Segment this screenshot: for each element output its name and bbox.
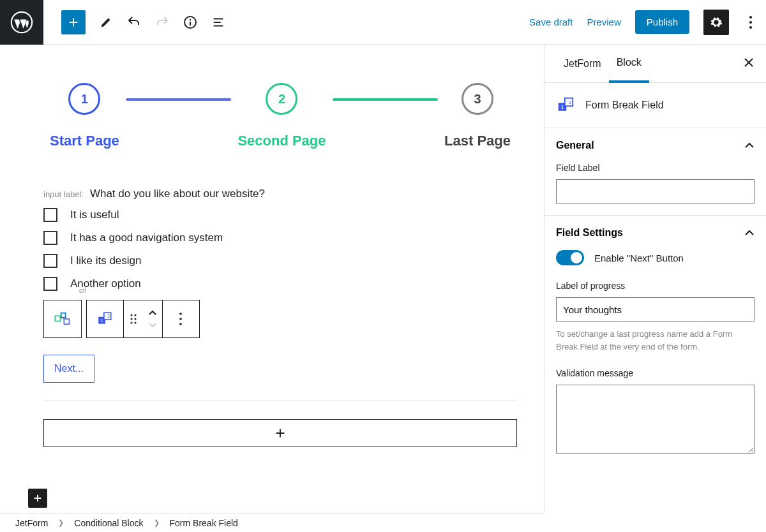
desc-fragment: cri — [79, 287, 86, 325]
label-of-progress-input[interactable] — [556, 297, 755, 321]
step-2-circle: 2 — [266, 83, 297, 115]
breadcrumb-item[interactable]: Conditional Block — [74, 518, 143, 528]
breadcrumb-item[interactable]: Form Break Field — [170, 518, 238, 528]
svg-point-16 — [134, 318, 136, 320]
svg-point-14 — [134, 314, 136, 316]
block-options-icon[interactable] — [162, 300, 199, 337]
undo-icon[interactable] — [126, 15, 142, 30]
form-break-block-icon[interactable]: 12 — [87, 300, 124, 337]
enable-next-toggle[interactable] — [556, 250, 584, 265]
editor-area[interactable]: 1 Start Page 2 Second Page 3 Last Page — [0, 45, 544, 513]
add-block-button[interactable] — [61, 10, 86, 34]
outline-icon[interactable] — [211, 15, 226, 30]
input-label-prefix: input label: — [43, 189, 84, 199]
edit-icon[interactable] — [98, 15, 114, 30]
publish-button[interactable]: Publish — [635, 10, 689, 34]
next-button[interactable]: Next... — [43, 355, 94, 383]
svg-point-5 — [749, 26, 752, 29]
close-sidebar-icon[interactable] — [743, 57, 755, 71]
label-of-progress-label: Label of progress — [556, 281, 755, 291]
breadcrumb-item[interactable]: JetForm — [15, 518, 48, 528]
option-row[interactable]: I like its design — [43, 254, 517, 268]
svg-rect-6 — [55, 316, 60, 321]
svg-rect-7 — [61, 313, 66, 318]
tab-jetform[interactable]: JetForm — [556, 45, 609, 83]
move-up-icon[interactable] — [148, 307, 157, 319]
svg-text:2: 2 — [569, 100, 571, 105]
option-label: It has a good navigation system — [70, 232, 223, 244]
settings-button[interactable] — [703, 10, 729, 35]
chevron-up-icon — [744, 230, 755, 236]
preview-link[interactable]: Preview — [587, 17, 620, 27]
step-connector — [126, 98, 232, 101]
checkbox[interactable] — [43, 231, 57, 245]
option-row[interactable]: Another option — [43, 277, 517, 291]
enable-next-label: Enable "Next" Button — [594, 253, 684, 263]
section-field-settings-header[interactable]: Field Settings — [556, 227, 755, 239]
step-connector — [333, 98, 439, 101]
svg-text:2: 2 — [107, 314, 110, 318]
checkbox[interactable] — [43, 254, 57, 268]
svg-point-13 — [130, 314, 132, 316]
svg-point-4 — [749, 21, 752, 24]
add-block-appender[interactable] — [43, 419, 517, 447]
svg-point-2 — [190, 18, 191, 20]
svg-point-19 — [179, 313, 182, 315]
checkbox[interactable] — [43, 277, 57, 291]
floating-add-button[interactable] — [28, 489, 47, 508]
more-button[interactable] — [743, 16, 758, 29]
progress-steps: 1 Start Page 2 Second Page 3 Last Page — [43, 83, 517, 188]
wordpress-logo[interactable] — [0, 0, 43, 45]
svg-point-21 — [179, 323, 182, 325]
svg-point-20 — [179, 318, 182, 320]
option-label: I like its design — [70, 255, 142, 267]
question-text[interactable]: What do you like about our website? — [90, 188, 265, 200]
move-down-icon — [148, 319, 157, 330]
chevron-right-icon: ❯ — [154, 519, 160, 527]
step-3-label: Last Page — [444, 133, 511, 149]
block-title: Form Break Field — [585, 100, 664, 111]
breadcrumb: JetForm ❯ Conditional Block ❯ Form Break… — [0, 513, 544, 532]
tab-block[interactable]: Block — [609, 45, 649, 83]
svg-point-18 — [134, 322, 136, 324]
field-label-label: Field Label — [556, 163, 755, 173]
validation-message-input[interactable] — [556, 385, 755, 454]
svg-point-3 — [749, 16, 752, 18]
option-row[interactable]: It is useful — [43, 208, 517, 222]
validation-message-label: Validation message — [556, 368, 755, 378]
step-1-label: Start Page — [50, 133, 119, 149]
info-icon[interactable] — [183, 15, 198, 30]
svg-text:1: 1 — [561, 104, 564, 110]
step-2-label: Second Page — [237, 133, 326, 149]
drag-handle-icon[interactable] — [124, 313, 143, 325]
section-title: Field Settings — [556, 227, 623, 239]
form-break-icon: 12 — [556, 96, 575, 115]
option-row[interactable]: It has a good navigation system — [43, 231, 517, 245]
svg-text:1: 1 — [101, 318, 103, 323]
chevron-right-icon: ❯ — [58, 519, 64, 527]
step-1-circle: 1 — [68, 83, 100, 115]
redo-icon — [154, 15, 170, 30]
progress-help-text: To set/change a last progress name add a… — [556, 328, 755, 353]
block-toolbar: cri 12 — [43, 300, 517, 338]
svg-point-15 — [130, 318, 132, 320]
svg-rect-8 — [64, 319, 69, 324]
conditional-block-icon[interactable] — [44, 300, 81, 337]
section-general-header[interactable]: General — [556, 140, 755, 151]
option-label: It is useful — [70, 209, 119, 221]
save-draft-link[interactable]: Save draft — [529, 17, 573, 27]
svg-point-17 — [130, 322, 132, 324]
settings-sidebar: JetForm Block 12 Form Break Field Genera… — [544, 45, 766, 513]
chevron-up-icon — [744, 142, 755, 149]
step-3-circle: 3 — [462, 83, 493, 115]
checkbox[interactable] — [43, 208, 57, 222]
field-label-input[interactable] — [556, 179, 755, 203]
section-title: General — [556, 140, 594, 151]
